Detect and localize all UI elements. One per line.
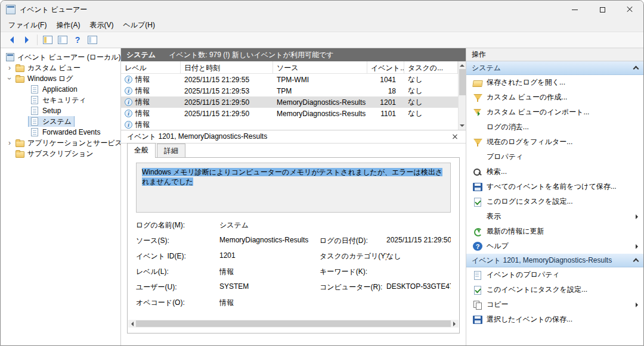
general-tab-page: Windows メモリ診断によりコンピューターのメモリがテストされましたが、エラ… xyxy=(127,157,460,333)
properties-button[interactable] xyxy=(56,33,69,46)
tree-item-subscriptions[interactable]: サブスクリプション xyxy=(1,148,120,159)
column-datetime[interactable]: 日付と時刻 xyxy=(181,61,273,73)
forward-button[interactable] xyxy=(20,33,33,46)
tree-item-custom-views[interactable]: カスタム ビュー xyxy=(1,63,120,73)
console-tree: イベント ビューアー (ローカル) カスタム ビュー Windows ログ Ap… xyxy=(1,48,121,345)
refresh-icon xyxy=(473,227,482,236)
scroll-down-arrow[interactable] xyxy=(460,122,465,130)
field-value: 2025/11/15 21:29:50 xyxy=(386,236,451,246)
tree-item-security[interactable]: セキュリティ xyxy=(1,95,120,105)
event-description: Windows メモリ診断によりコンピューターのメモリがテストされましたが、エラ… xyxy=(142,168,442,186)
tree-item-system[interactable]: システム xyxy=(1,116,120,127)
action-save-all-events-as[interactable]: すべてのイベントを名前をつけて保存... xyxy=(466,179,643,194)
scrollbar-thumb[interactable] xyxy=(459,69,466,95)
save-icon xyxy=(473,316,482,324)
chevron-right-icon[interactable] xyxy=(5,139,14,147)
menu-action[interactable]: 操作(A) xyxy=(51,19,85,32)
action-copy[interactable]: コピー xyxy=(466,297,643,312)
action-help[interactable]: ヘルプ xyxy=(466,239,643,254)
chevron-down-icon[interactable] xyxy=(5,74,14,83)
chevron-right-icon[interactable] xyxy=(5,64,14,72)
menu-view[interactable]: 表示(V) xyxy=(85,19,118,32)
action-open-saved-log[interactable]: 保存されたログを開く... xyxy=(466,75,643,90)
tree-item-setup[interactable]: Setup xyxy=(1,105,120,116)
field-label: オペコード(O): xyxy=(136,298,219,308)
tree-item-windows-logs[interactable]: Windows ログ xyxy=(1,73,120,84)
scrollbar-thumb[interactable] xyxy=(136,320,451,327)
field-label: ソース(S): xyxy=(136,236,219,246)
tree-item-event-viewer-local[interactable]: イベント ビューアー (ローカル) xyxy=(1,52,120,63)
table-row[interactable]: 情報 2025/11/15 21:29:50 MemoryDiagnostics… xyxy=(121,108,458,119)
table-row[interactable]: 情報 2025/11/15 21:29:55 TPM-WMI 1041 なし xyxy=(121,74,458,85)
table-row[interactable]: 情報 xyxy=(121,119,458,130)
column-event-id[interactable]: イベント... xyxy=(367,61,404,73)
action-refresh[interactable]: 最新の情報に更新 xyxy=(466,224,643,239)
actions-section-system[interactable]: システム xyxy=(466,61,643,75)
field-value xyxy=(386,267,451,277)
column-source[interactable]: ソース xyxy=(273,61,367,73)
horizontal-scrollbar[interactable] xyxy=(128,320,459,328)
details-close-button[interactable] xyxy=(450,132,460,142)
toolbar-separator xyxy=(37,35,38,45)
help-icon xyxy=(473,242,482,251)
help-button[interactable]: ? xyxy=(71,33,84,46)
field-value: SYSTEM xyxy=(219,282,320,292)
column-headers: レベル 日付と時刻 ソース イベント... タスクの... xyxy=(121,61,458,74)
tree-item-application[interactable]: Application xyxy=(1,84,120,95)
minimize-button[interactable] xyxy=(561,1,589,18)
chevron-up-icon xyxy=(633,258,639,264)
actions-section-event[interactable]: イベント 1201, MemoryDiagnostics-Results xyxy=(466,254,643,267)
folder-icon xyxy=(16,76,24,83)
field-label: ログの名前(M): xyxy=(136,220,219,230)
back-button[interactable] xyxy=(5,33,18,46)
log-icon xyxy=(31,96,38,104)
actions-pane-title: 操作 xyxy=(466,48,643,61)
column-task-category[interactable]: タスクの... xyxy=(404,61,458,73)
main-area: イベント ビューアー (ローカル) カスタム ビュー Windows ログ Ap… xyxy=(1,48,643,345)
tree-item-label: アプリケーションとサービス ログ xyxy=(27,138,120,148)
action-create-custom-view[interactable]: カスタム ビューの作成... xyxy=(466,90,643,105)
tab-general[interactable]: 全般 xyxy=(127,143,156,158)
task-icon xyxy=(473,285,482,295)
cell-level: 情報 xyxy=(135,108,150,119)
field-label: コンピューター(R): xyxy=(320,282,386,292)
vertical-scrollbar[interactable] xyxy=(458,61,466,130)
action-attach-task-to-event[interactable]: このイベントにタスクを設定... xyxy=(466,282,643,297)
action-pane-toggle-button[interactable] xyxy=(86,33,99,46)
action-import-custom-view[interactable]: カスタム ビューのインポート... xyxy=(466,105,643,120)
scroll-right-arrow[interactable] xyxy=(451,320,459,328)
cell-task: なし xyxy=(404,74,458,85)
column-level[interactable]: レベル xyxy=(121,61,181,73)
action-find[interactable]: 検索... xyxy=(466,164,643,179)
action-attach-task-to-log[interactable]: このログにタスクを設定... xyxy=(466,194,643,209)
action-label: すべてのイベントを名前をつけて保存... xyxy=(487,182,617,192)
console-tree-toggle-button[interactable] xyxy=(41,33,54,46)
field-value xyxy=(386,298,451,308)
close-button[interactable] xyxy=(616,1,643,18)
scroll-left-arrow[interactable] xyxy=(128,320,136,328)
tree-item-forwarded-events[interactable]: Forwarded Events xyxy=(1,127,120,138)
action-label: カスタム ビューのインポート... xyxy=(487,107,589,117)
table-row[interactable]: 情報 2025/11/15 21:29:53 TPM 18 なし xyxy=(121,85,458,96)
scroll-up-arrow[interactable] xyxy=(460,61,465,69)
action-save-selected-events[interactable]: 選択したイベントの保存... xyxy=(466,312,643,327)
menu-help[interactable]: ヘルプ(H) xyxy=(118,19,160,32)
action-view[interactable]: 表示 xyxy=(466,209,643,224)
log-icon xyxy=(31,85,38,93)
action-properties[interactable]: プロパティ xyxy=(466,149,643,164)
action-clear-log[interactable]: ログの消去... xyxy=(466,120,643,135)
table-row-selected[interactable]: 情報 2025/11/15 21:29:50 MemoryDiagnostics… xyxy=(121,96,458,108)
tree-item-applications-services-logs[interactable]: アプリケーションとサービス ログ xyxy=(1,138,120,148)
folder-icon xyxy=(16,66,24,72)
cell-source: TPM xyxy=(273,87,367,95)
minimize-icon xyxy=(572,10,578,10)
maximize-button[interactable] xyxy=(589,1,616,18)
field-label xyxy=(320,298,386,308)
action-label: 最新の情報に更新 xyxy=(487,226,544,236)
field-value xyxy=(386,220,451,230)
field-value: 1201 xyxy=(219,251,320,261)
tab-details[interactable]: 詳細 xyxy=(157,144,185,158)
menu-file[interactable]: ファイル(F) xyxy=(4,19,51,32)
action-filter-current-log[interactable]: 現在のログをフィルター... xyxy=(466,135,643,149)
action-event-properties[interactable]: イベントのプロパティ xyxy=(466,267,643,282)
